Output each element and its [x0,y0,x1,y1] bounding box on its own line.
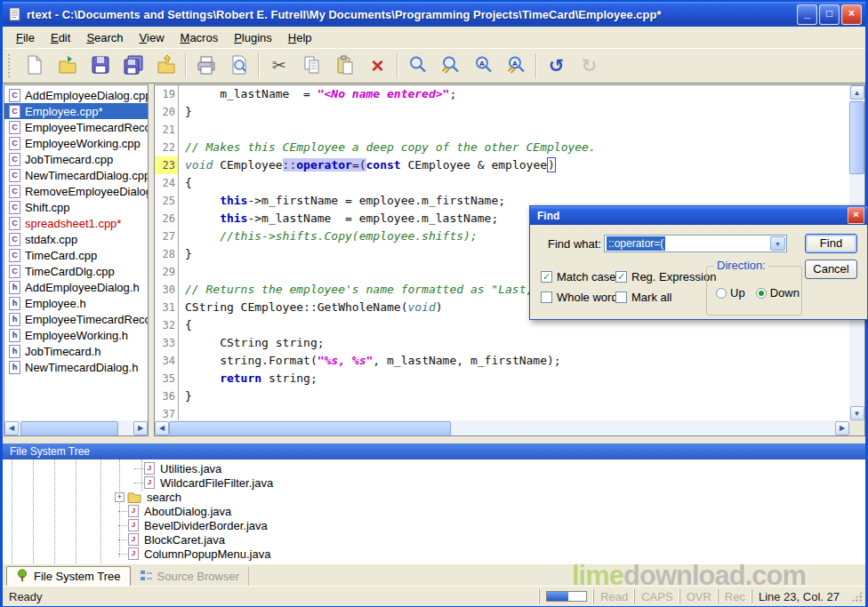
tree-item-columnpopupmenu-java[interactable]: JColumnPopupMenu.java [3,547,865,561]
resize-grip[interactable] [851,591,863,603]
file-item[interactable]: CEmployee.cpp* [4,103,148,119]
menu-edit[interactable]: Edit [43,29,78,46]
file-item[interactable]: CNewTimecardDialog.cpp [4,167,148,183]
scroll-thumb[interactable] [849,101,864,174]
undo-button[interactable]: ↺ [540,52,573,80]
tab-file-system-tree[interactable]: File System Tree [6,566,131,586]
menu-view[interactable]: View [132,29,173,46]
menu-search[interactable]: Search [78,29,131,46]
file-item[interactable]: hEmployeeWorking.h [4,327,148,343]
file-item[interactable]: CRemoveEmployeeDialog.cpp [4,183,148,199]
print-button[interactable] [189,52,222,80]
file-name: JobTimecard.h [25,345,101,358]
scroll-up-arrow-icon[interactable]: ▲ [850,85,864,100]
line-number: 35 [155,370,179,387]
open-files-panel: CAddEmployeeDialog.cppCEmployee.cpp*CEmp… [4,84,149,436]
menu-macros[interactable]: Macros [173,29,227,46]
delete-button[interactable]: × [361,52,394,80]
new-button[interactable] [18,52,51,80]
scroll-thumb[interactable] [20,421,118,436]
file-name: Shift.cpp [25,201,70,214]
file-item[interactable]: hJobTimecard.h [4,343,148,359]
replace-button[interactable]: A [467,52,500,80]
find-button[interactable]: Find [805,234,857,253]
tree-item-search[interactable]: +search [3,490,865,504]
open-button[interactable] [51,52,84,80]
file-item[interactable]: hAddEmployeeDialog.h [4,279,148,295]
checkbox-label: Match case [557,270,615,284]
titlebar[interactable]: rtext - C:\Documents and Settings\Robert… [3,2,865,27]
paste-button[interactable] [328,52,361,80]
file-item[interactable]: CTimeCardDlg.cpp [4,263,148,279]
redo-button[interactable]: ↻ [573,52,606,80]
tree-item-beveldividerborder-java[interactable]: JBevelDividerBorder.java [3,518,865,532]
find-button[interactable] [401,52,434,80]
mark-all-checkbox[interactable]: Mark all [615,291,672,304]
close-button[interactable]: × [841,4,862,25]
file-item[interactable]: CAddEmployeeDialog.cpp [4,87,148,103]
menu-help[interactable]: Help [280,29,320,46]
reg-expression-checkbox[interactable]: ✓Reg. Expression [615,270,716,284]
line-number: 30 [155,281,179,299]
scroll-right-arrow-icon[interactable]: ▶ [133,421,148,435]
toolbar-grip[interactable] [8,54,12,77]
tree-item-aboutdialog-java[interactable]: JAboutDialog.java [3,504,865,518]
editor-hscrollbar[interactable]: ◀ ▶ [155,420,849,435]
line-number: 33 [155,334,179,352]
expand-plus-icon[interactable]: + [115,492,125,502]
scroll-left-arrow-icon[interactable]: ◀ [155,421,169,435]
whole-word-checkbox[interactable]: Whole word [541,291,618,304]
file-item[interactable]: hEmployee.h [4,295,148,311]
file-item[interactable]: CEmployeeTimecardRecord.cpp [4,119,148,135]
open-in-button[interactable] [149,52,182,80]
file-item[interactable]: hNewTimecardDialog.h [4,359,148,375]
replace-next-button[interactable]: A [500,52,533,80]
code-text: // Returns the employee's name formatted… [179,281,533,299]
folder-icon [127,491,141,503]
scroll-down-arrow-icon[interactable]: ▼ [850,406,864,420]
copy-button[interactable] [295,52,328,80]
find-dialog-close-icon[interactable]: × [848,207,864,224]
tree-item-utilities-java[interactable]: JUtilities.java [3,461,865,475]
scroll-right-arrow-icon[interactable]: ▶ [835,421,849,435]
h-file-icon: h [9,345,20,358]
minimize-button[interactable]: _ [797,4,817,25]
file-item[interactable]: Cstdafx.cpp [4,231,148,247]
scroll-thumb[interactable] [169,421,451,436]
chevron-down-icon[interactable]: ▼ [770,236,785,251]
tree-item-label: ColumnPopupMenu.java [143,547,270,561]
find-next-button[interactable] [434,52,467,80]
scroll-left-arrow-icon[interactable]: ◀ [4,421,19,435]
cancel-button[interactable]: Cancel [805,260,857,279]
dock-splitter[interactable] [3,436,865,443]
file-item[interactable]: Cspreadsheet1.cpp* [4,215,148,231]
file-list-hscrollbar[interactable]: ◀ ▶ [4,420,148,435]
tree-item-label: BevelDividerBorder.java [143,519,268,532]
menu-file[interactable]: File [8,29,43,46]
maximize-button[interactable]: □ [819,4,840,25]
tree-item-blockcaret-java[interactable]: JBlockCaret.java [3,532,865,547]
tree-item-wildcardfilefilter-java[interactable]: JWildcardFileFilter.java [3,475,865,490]
menu-plugins[interactable]: Plugins [226,29,280,46]
tab-source-browser[interactable]: Source Browser [131,567,249,586]
cpp-file-icon: C [9,137,20,150]
file-item[interactable]: CEmployeeWorking.cpp [4,135,148,151]
code-line: 23void CEmployee::operator=(const CEmplo… [155,156,849,174]
toolbar-separator [185,53,187,78]
checkbox-label: Reg. Expression [631,270,716,284]
file-item[interactable]: hEmployeeTimecardRecord.h [4,311,148,327]
save-button[interactable] [84,52,117,80]
checkbox-icon [615,292,627,303]
match-case-checkbox[interactable]: ✓Match case [541,270,615,284]
save-all-button[interactable] [117,52,149,80]
find-dialog-titlebar[interactable]: Find × [530,206,867,225]
code-text: // Makes this CEmployee a deep copy of t… [179,139,596,156]
print-preview-button[interactable] [222,52,255,80]
direction-up-radio[interactable] [716,288,727,299]
direction-down-radio[interactable] [756,288,767,299]
find-what-combobox[interactable]: ::operator=( ▼ [604,235,787,252]
file-item[interactable]: CShift.cpp [4,199,148,215]
file-item[interactable]: CJobTimecard.cpp [4,151,148,167]
file-item[interactable]: CTimeCard.cpp [4,247,148,263]
cut-button[interactable]: ✂ [262,52,295,80]
